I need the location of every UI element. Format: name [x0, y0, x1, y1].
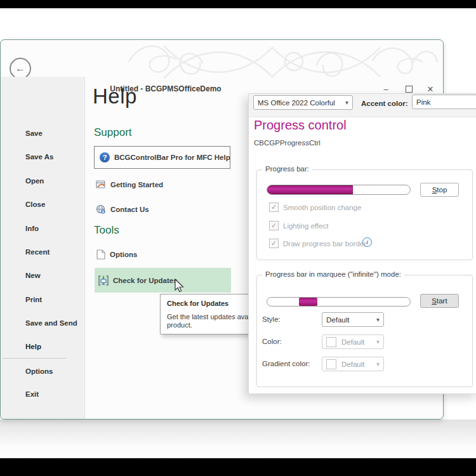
checkbox-smooth-position-change[interactable]: ✓ Smooth position change — [269, 202, 361, 212]
tooltip-title: Check for Updates — [167, 300, 261, 307]
screen: Untitled - BCGPMSOfficeDemo – ✕ ← Save S… — [0, 0, 476, 476]
checkbox-checked-icon: ✓ — [269, 202, 279, 212]
sidebar-item-save[interactable]: Save — [25, 129, 43, 137]
accent-color-combobox[interactable]: Pink — [412, 95, 476, 109]
check-for-updates-icon — [98, 275, 109, 286]
desktop-fade — [0, 420, 476, 458]
getting-started-label: Getting Started — [110, 181, 163, 188]
options-label: Options — [110, 251, 137, 258]
check-updates-tooltip: Check for Updates Get the latest updates… — [160, 294, 261, 334]
style-combobox[interactable]: Default ▾ — [322, 312, 384, 327]
progress-bar — [267, 185, 411, 195]
back-arrow-icon: ← — [15, 63, 25, 74]
top-black-bar — [0, 0, 476, 8]
chevron-down-icon: ▾ — [376, 338, 380, 345]
getting-started-icon — [96, 180, 106, 190]
progress-bar-group-label: Progress bar: — [262, 165, 312, 173]
options-item[interactable]: Options — [96, 249, 137, 260]
sidebar-item-recent[interactable]: Recent — [25, 248, 50, 256]
bottom-black-bar — [0, 458, 476, 476]
gradient-color-label: Gradient color: — [262, 360, 310, 367]
check-updates-label: Check for Updates — [113, 277, 178, 284]
checkbox-checked-icon: ✓ — [269, 239, 279, 248]
progress-bar-fill — [267, 185, 353, 194]
marquee-group-label: Progress bar in marquee ("infinite") mod… — [262, 270, 404, 278]
checkbox-draw-border[interactable]: ✓ Draw progress bar border — [269, 239, 366, 248]
page-title: Help — [93, 84, 137, 109]
color-swatch — [326, 337, 336, 347]
progress-bar-group: Progress bar: Stop ✓ Smooth position cha… — [256, 169, 473, 260]
theme-selector-value: MS Office 2022 Colorful — [258, 99, 335, 107]
sidebar-separator — [3, 358, 66, 359]
sidebar-item-open[interactable]: Open — [25, 177, 44, 185]
chevron-down-icon: ▾ — [345, 99, 348, 106]
sidebar-item-options[interactable]: Options — [25, 367, 53, 375]
progress-demo-panel: MS Office 2022 Colorful ▾ Accent color: … — [248, 93, 476, 394]
sidebar-item-save-and-send[interactable]: Save and Send — [25, 319, 77, 327]
help-documentation-button[interactable]: ? BCGControlBar Pro for MFC Help — [94, 146, 230, 169]
accent-color-value: Pink — [416, 98, 430, 106]
chevron-down-icon: ▾ — [376, 360, 380, 367]
back-button[interactable]: ← — [10, 58, 31, 79]
tooltip-body: Get the latest updates available product… — [167, 313, 261, 329]
contact-us-item[interactable]: Contact Us — [96, 204, 149, 215]
sidebar-item-print[interactable]: Print — [25, 296, 42, 303]
sidebar-item-exit[interactable]: Exit — [25, 390, 39, 398]
gradient-color-swatch — [326, 359, 336, 369]
chevron-down-icon: ▾ — [376, 316, 380, 323]
info-icon[interactable]: i — [362, 237, 372, 247]
color-label: Color: — [262, 338, 282, 345]
check-for-updates-item[interactable]: Check for Updates — [95, 268, 231, 293]
marquee-progress-bar — [267, 297, 411, 307]
marquee-block — [299, 298, 317, 306]
sidebar-item-info[interactable]: Info — [25, 225, 39, 232]
panel-class-name: CBCGPProgressCtrl — [254, 139, 321, 147]
color-combobox[interactable]: Default ▾ — [322, 334, 384, 349]
sidebar-item-help[interactable]: Help — [25, 343, 41, 350]
options-document-icon — [96, 249, 105, 260]
checkbox-checked-icon: ✓ — [269, 221, 279, 230]
style-label: Style: — [262, 315, 281, 323]
marquee-group: Progress bar in marquee ("infinite") mod… — [256, 275, 473, 387]
contact-us-label: Contact Us — [110, 206, 149, 213]
flourish-ornament — [126, 40, 439, 87]
help-question-icon: ? — [100, 152, 110, 162]
tools-heading: Tools — [94, 224, 119, 237]
sidebar-item-close[interactable]: Close — [25, 201, 45, 208]
contact-us-icon — [96, 204, 106, 215]
checkbox-lighting-effect[interactable]: ✓ Lighting effect — [269, 221, 328, 230]
mouse-cursor — [171, 278, 185, 293]
sidebar-item-new[interactable]: New — [25, 272, 41, 279]
support-heading: Support — [94, 126, 132, 139]
theme-selector-combobox[interactable]: MS Office 2022 Colorful ▾ — [253, 95, 353, 110]
maximize-icon — [406, 86, 413, 93]
start-button[interactable]: Start — [420, 294, 459, 308]
accent-color-label: Accent color: — [361, 100, 408, 107]
getting-started-item[interactable]: Getting Started — [96, 180, 163, 190]
sidebar-item-save-as[interactable]: Save As — [25, 153, 53, 161]
panel-title: Progress control — [254, 118, 347, 133]
help-button-label: BCGControlBar Pro for MFC Help — [114, 154, 230, 161]
gradient-color-combobox[interactable]: Default ▾ — [322, 357, 384, 371]
stop-button[interactable]: Stop — [420, 183, 459, 197]
